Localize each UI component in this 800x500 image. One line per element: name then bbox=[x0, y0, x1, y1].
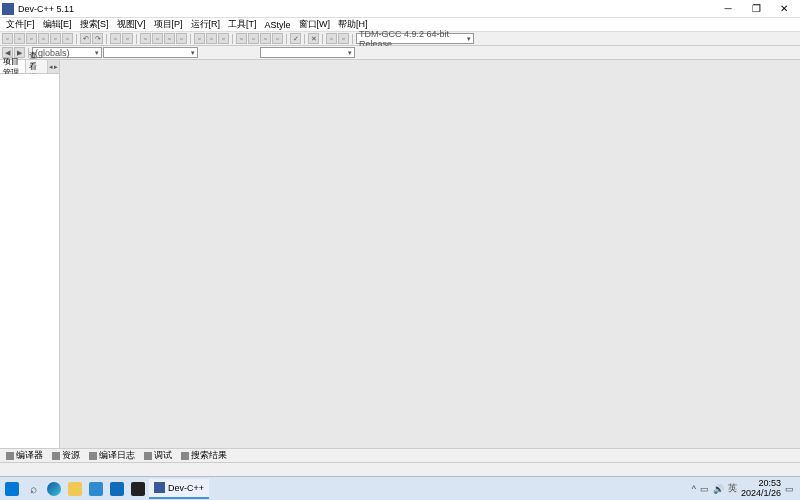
new-file-button[interactable]: ▫ bbox=[2, 33, 13, 44]
start-button[interactable] bbox=[2, 479, 22, 499]
find-button[interactable]: ▫ bbox=[110, 33, 121, 44]
check-button[interactable]: ✓ bbox=[290, 33, 301, 44]
menu-file[interactable]: 文件[F] bbox=[2, 18, 39, 31]
project-tree[interactable] bbox=[0, 74, 59, 448]
close-file-button[interactable]: ▫ bbox=[50, 33, 61, 44]
stop-button[interactable]: ▫ bbox=[206, 33, 217, 44]
devcpp-icon bbox=[154, 482, 165, 493]
project-options-button[interactable]: ▫ bbox=[248, 33, 259, 44]
sidebar: 项目管理 查看类 ◂ ▸ bbox=[0, 60, 60, 448]
log-icon bbox=[89, 452, 97, 460]
menu-project[interactable]: 项目[P] bbox=[150, 18, 187, 31]
tab-compile-log[interactable]: 编译日志 bbox=[85, 448, 139, 463]
taskbar-store[interactable] bbox=[86, 479, 106, 499]
statusbar bbox=[0, 462, 800, 476]
menu-run[interactable]: 运行[R] bbox=[187, 18, 225, 31]
menu-view[interactable]: 视图[V] bbox=[113, 18, 150, 31]
taskbar-mail[interactable] bbox=[107, 479, 127, 499]
toolbar-nav: ◀ ▶ (globals) bbox=[0, 46, 800, 60]
menu-edit[interactable]: 编辑[E] bbox=[39, 18, 76, 31]
resources-icon bbox=[52, 452, 60, 460]
sidebar-tabs: 项目管理 查看类 ◂ ▸ bbox=[0, 60, 59, 74]
search-button[interactable]: ⌕ bbox=[23, 479, 43, 499]
profile-button[interactable]: ▫ bbox=[218, 33, 229, 44]
rebuild-button[interactable]: ▫ bbox=[176, 33, 187, 44]
clock[interactable]: 20:53 2024/1/26 bbox=[741, 479, 781, 499]
taskbar-devcpp[interactable]: Dev-C++ bbox=[149, 479, 209, 499]
windows-taskbar: ⌕ Dev-C++ ^ ▭ 🔊 英 20:53 2024/1/26 ▭ bbox=[0, 476, 800, 500]
main-area: 项目管理 查看类 ◂ ▸ bbox=[0, 60, 800, 448]
about-button[interactable]: ▫ bbox=[338, 33, 349, 44]
minimize-button[interactable]: ─ bbox=[714, 0, 742, 18]
search-icon bbox=[181, 452, 189, 460]
save-button[interactable]: ▫ bbox=[26, 33, 37, 44]
close-button[interactable]: ✕ bbox=[770, 0, 798, 18]
menu-astyle[interactable]: AStyle bbox=[261, 20, 295, 30]
tray-wifi-icon[interactable]: ▭ bbox=[700, 484, 709, 494]
help-button[interactable]: ▫ bbox=[326, 33, 337, 44]
tab-project-manager[interactable]: 项目管理 bbox=[0, 60, 26, 73]
menu-search[interactable]: 搜索[S] bbox=[76, 18, 113, 31]
editor-area[interactable] bbox=[60, 60, 800, 448]
debug-button[interactable]: ▫ bbox=[194, 33, 205, 44]
remove-file-button[interactable]: ▫ bbox=[272, 33, 283, 44]
taskbar-explorer[interactable] bbox=[65, 479, 85, 499]
maximize-button[interactable]: ❐ bbox=[742, 0, 770, 18]
titlebar: Dev-C++ 5.11 ─ ❐ ✕ bbox=[0, 0, 800, 18]
redo-button[interactable]: ↷ bbox=[92, 33, 103, 44]
taskbar-terminal[interactable] bbox=[128, 479, 148, 499]
tray-ime[interactable]: 英 bbox=[728, 482, 737, 495]
debug-icon bbox=[144, 452, 152, 460]
compiler-select[interactable]: TDM-GCC 4.9.2 64-bit Release bbox=[356, 33, 474, 44]
window-title: Dev-C++ 5.11 bbox=[18, 4, 714, 14]
menu-window[interactable]: 窗口[W] bbox=[295, 18, 335, 31]
taskbar-edge[interactable] bbox=[44, 479, 64, 499]
new-project-button[interactable]: ▫ bbox=[236, 33, 247, 44]
tab-debug[interactable]: 调试 bbox=[140, 448, 176, 463]
function-select[interactable] bbox=[103, 47, 198, 58]
open-button[interactable]: ▫ bbox=[14, 33, 25, 44]
print-button[interactable]: ▫ bbox=[62, 33, 73, 44]
class-select[interactable] bbox=[260, 47, 355, 58]
undo-button[interactable]: ↶ bbox=[80, 33, 91, 44]
system-tray: ^ ▭ 🔊 英 20:53 2024/1/26 ▭ bbox=[692, 479, 798, 499]
compile-button[interactable]: ▫ bbox=[140, 33, 151, 44]
goto-button[interactable]: ✕ bbox=[308, 33, 319, 44]
tab-class-view[interactable]: 查看类 bbox=[26, 60, 48, 73]
add-file-button[interactable]: ▫ bbox=[260, 33, 271, 44]
tab-search-results[interactable]: 搜索结果 bbox=[177, 448, 231, 463]
run-button[interactable]: ▫ bbox=[152, 33, 163, 44]
tab-scroll-right[interactable]: ▸ bbox=[54, 60, 59, 73]
replace-button[interactable]: ▫ bbox=[122, 33, 133, 44]
tab-resources[interactable]: 资源 bbox=[48, 448, 84, 463]
tab-compiler[interactable]: 编译器 bbox=[2, 448, 47, 463]
toolbar-main: ▫ ▫ ▫ ▫ ▫ ▫ ↶ ↷ ▫ ▫ ▫ ▫ ▫ ▫ ▫ ▫ ▫ ▫ ▫ ▫ … bbox=[0, 32, 800, 46]
tray-volume-icon[interactable]: 🔊 bbox=[713, 484, 724, 494]
save-all-button[interactable]: ▫ bbox=[38, 33, 49, 44]
compiler-icon bbox=[6, 452, 14, 460]
app-icon bbox=[2, 3, 14, 15]
menu-tools[interactable]: 工具[T] bbox=[224, 18, 261, 31]
tray-chevron-icon[interactable]: ^ bbox=[692, 484, 696, 494]
compile-run-button[interactable]: ▫ bbox=[164, 33, 175, 44]
tray-notifications-icon[interactable]: ▭ bbox=[785, 484, 794, 494]
bottom-panel-tabs: 编译器 资源 编译日志 调试 搜索结果 bbox=[0, 448, 800, 462]
